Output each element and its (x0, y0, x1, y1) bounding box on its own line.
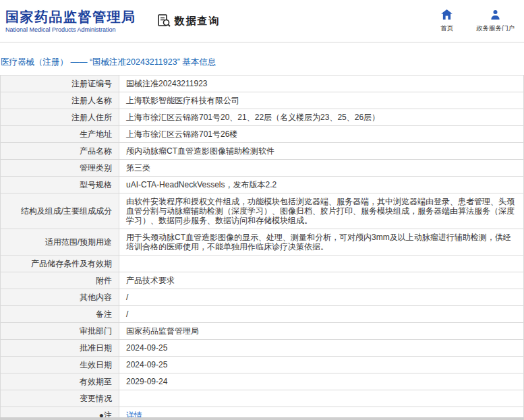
row-label: 批准日期 (1, 340, 119, 357)
row-label: 注册证编号 (1, 76, 119, 92)
table-row: 产品名称颅内动脉瘤CT血管造影图像辅助检测软件 (1, 143, 524, 160)
nav-home-label: 首页 (440, 24, 453, 33)
row-value: 2024-09-25 (119, 357, 524, 373)
row-value: 上海市徐汇区云锦路701号26楼 (119, 126, 524, 143)
row-label: 注册人住所 (1, 109, 119, 126)
table-row: 生产地址上海市徐汇区云锦路701号26楼 (1, 126, 524, 143)
table-row: 附件产品技术要求 (1, 272, 524, 289)
row-label: 产品储存条件及有效期 (1, 256, 119, 272)
data-query-label: 数据查询 (175, 15, 221, 28)
table-row: 注册证编号国械注准20243211923 (1, 76, 524, 92)
table-row: 型号规格uAI-CTA-HeadNeckVessels，发布版本2.2 (1, 177, 524, 193)
row-value: 2029-09-24 (119, 373, 524, 390)
footer-divider (0, 417, 524, 420)
home-icon (441, 9, 453, 22)
row-value: 2024-09-25 (119, 340, 524, 357)
table-row: 变更情况 (1, 390, 524, 407)
info-table: 注册证编号国械注准20243211923注册人名称上海联影智能医疗科技有限公司注… (0, 75, 524, 420)
table-row: 批准日期2024-09-25 (1, 340, 524, 357)
table-row: 结构及组成/主要组成成分由软件安装程序和授权文件组成，功能模块包括浏览器端、服务… (1, 193, 524, 229)
row-value (119, 256, 524, 272)
row-label: 注册人名称 (1, 92, 119, 109)
nav-home[interactable]: 首页 (440, 9, 453, 33)
row-label: 变更情况 (1, 390, 119, 407)
row-value (119, 390, 524, 407)
row-label: 适用范围/预期用途 (1, 229, 119, 256)
row-value: 第三类 (119, 160, 524, 177)
table-row: 管理类别第三类 (1, 160, 524, 177)
info-table-body: 注册证编号国械注准20243211923注册人名称上海联影智能医疗科技有限公司注… (1, 76, 524, 420)
site-logo[interactable]: 国家药品监督管理局 National Medical Products Admi… (5, 9, 136, 33)
table-row: 审批部门国家药品监督管理局 (1, 323, 524, 340)
row-value: / (119, 289, 524, 306)
table-row: 产品储存条件及有效期 (1, 256, 524, 272)
row-label: 产品名称 (1, 143, 119, 160)
row-label: 结构及组成/主要组成成分 (1, 193, 119, 229)
row-value: 产品技术要求 (119, 272, 524, 289)
data-query-icon (156, 13, 171, 28)
row-value: 上海联影智能医疗科技有限公司 (119, 92, 524, 109)
row-value: 国家药品监督管理局 (119, 323, 524, 340)
row-label: 管理类别 (1, 160, 119, 177)
user-icon (490, 9, 500, 22)
row-label: 备注 (1, 306, 119, 323)
org-name: 国家药品监督管理局 (5, 9, 136, 25)
table-row: 注册人名称上海联影智能医疗科技有限公司 (1, 92, 524, 109)
table-row: 备注/ (1, 306, 524, 323)
page-title: 医疗器械（注册） —— “国械注准20243211923” 基本信息 (1, 57, 524, 68)
table-row: 其他内容/ (1, 289, 524, 306)
nav-portal-label: 政务服务门户 (476, 24, 515, 33)
row-value: 由软件安装程序和授权文件组成，功能模块包括浏览器端、服务器端，其中浏览器端由登录… (119, 193, 524, 229)
row-label: 其他内容 (1, 289, 119, 306)
row-label: 审批部门 (1, 323, 119, 340)
table-row: 有效期至2029-09-24 (1, 373, 524, 390)
page: 国家药品监督管理局 National Medical Products Admi… (0, 0, 524, 420)
row-label: 生产地址 (1, 126, 119, 143)
row-value: uAI-CTA-HeadNeckVessels，发布版本2.2 (119, 177, 524, 193)
row-value: / (119, 306, 524, 323)
nav-portal[interactable]: 政务服务门户 (476, 9, 515, 33)
table-row: 适用范围/预期用途用于头颈动脉CT血管造影图像的显示、处理、测量和分析，可对颅内… (1, 229, 524, 256)
table-row: 生效日期2024-09-25 (1, 357, 524, 373)
org-name-en: National Medical Products Administration (5, 26, 136, 33)
row-value: 用于头颈动脉CT血管造影图像的显示、处理、测量和分析，可对颅内3mm及以上动脉瘤… (119, 229, 524, 256)
site-header: 国家药品监督管理局 National Medical Products Admi… (0, 0, 524, 42)
table-row: 注册人住所上海市徐汇区云锦路701号20、21、22层（名义楼层为23、25、2… (1, 109, 524, 126)
row-value: 颅内动脉瘤CT血管造影图像辅助检测软件 (119, 143, 524, 160)
row-label: 生效日期 (1, 357, 119, 373)
data-query-section[interactable]: 数据查询 (156, 13, 221, 28)
row-label: 型号规格 (1, 177, 119, 193)
row-value: 上海市徐汇区云锦路701号20、21、22层（名义楼层为23、25、26层） (119, 109, 524, 126)
row-value: 国械注准20243211923 (119, 76, 524, 92)
row-label: 有效期至 (1, 373, 119, 390)
row-label: 附件 (1, 272, 119, 289)
